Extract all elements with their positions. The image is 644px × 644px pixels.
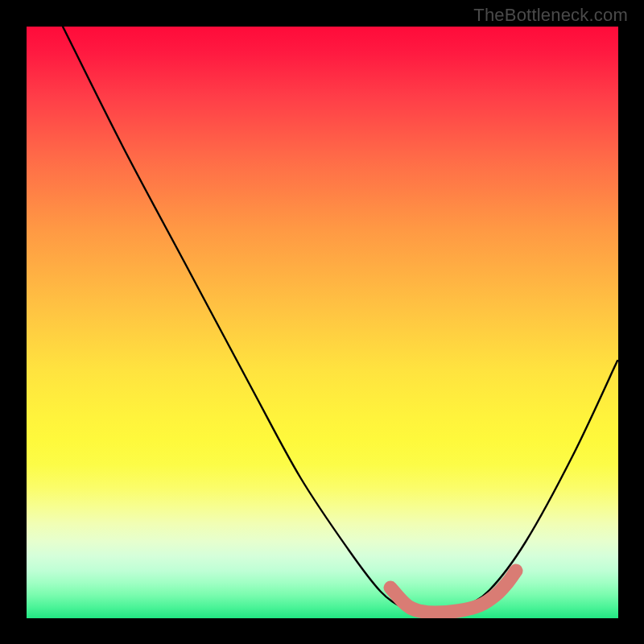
curve-layer	[27, 27, 618, 618]
bottleneck-curve	[63, 27, 617, 613]
plot-area	[27, 27, 618, 618]
chart-frame: TheBottleneck.com	[0, 0, 644, 644]
optimal-range-marker	[390, 571, 516, 613]
watermark-text: TheBottleneck.com	[473, 5, 628, 26]
